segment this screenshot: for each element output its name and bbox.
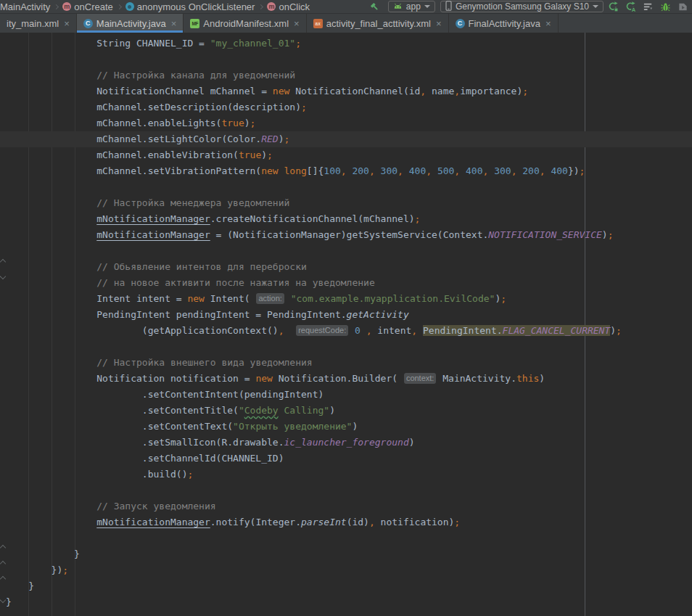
code-token: ; [522,86,528,96]
code-line: NotificationChannel mChannel = new Notif… [0,83,692,99]
build-hammer-icon[interactable] [367,1,383,13]
tab-close-icon[interactable]: × [171,18,177,29]
tab-label: MainActivity.java [96,18,166,29]
code-token: NotificationChannel mChannel = [6,86,273,96]
tab-bar: ity_main.xml×CMainActivity.java×MFAndroi… [0,14,692,33]
code-line: } [0,594,692,610]
code-token: name [426,86,454,96]
code-token [285,293,291,304]
apply-changes-restart-icon[interactable] [605,1,621,13]
tab-close-icon[interactable]: × [436,18,442,29]
code-token: , [366,325,372,336]
breadcrumb-item[interactable]: monClick [267,1,310,12]
code-token: NotificationChannel(id [289,86,420,96]
code-token: ) [279,134,284,144]
device-selector[interactable]: Genymotion Samsung Galaxy S10 [440,1,604,12]
code-token: mNotificationManager [96,229,210,240]
code-token: 100 [324,165,340,176]
code-token: Notification.Builder( [273,373,403,384]
code-token: }) [568,165,580,176]
code-token: notification) [375,517,455,527]
code-token [361,325,366,336]
code-token: ; [608,229,614,240]
code-line [0,179,692,195]
code-token: "Открыть уведомление" [233,421,352,432]
chevron-down-icon [593,5,598,8]
code-token: Calling" [279,405,329,416]
code-token: String CHANNEL_ID = [6,38,210,49]
code-token: ; [187,469,193,480]
attach-debugger-icon[interactable] [675,1,691,13]
code-token: ) [329,405,335,416]
code-token: long [284,165,307,176]
tab-close-icon[interactable]: × [64,18,70,29]
code-token [279,165,284,176]
code-token: // Настройка внешнего вида уведомления [96,357,312,368]
code-token: , [426,165,437,176]
code-token: ) [352,421,358,432]
code-token: ) [261,149,267,160]
code-line: mChannel.enableLights(true); [0,115,692,131]
code-token [6,197,96,208]
run-configuration-select[interactable]: app [388,1,435,12]
code-token: true [239,149,261,160]
method-icon: m [62,2,71,11]
code-token: mChannel.setVibrationPattern( [6,165,261,176]
code-token: , [369,517,375,527]
code-token: this [516,373,539,384]
code-line [0,530,692,546]
code-token: mChannel.setLightColor(Color. [6,134,261,144]
apply-code-changes-icon[interactable]: A [622,1,638,13]
code-token: .setChannelId(CHANNEL_ID) [6,453,284,464]
code-token: } [6,580,34,591]
editor-tab[interactable]: MFAndroidManifest.xml× [184,14,306,33]
tab-close-icon[interactable]: × [545,18,551,29]
code-line: .build(); [0,467,692,482]
code-token [349,325,355,336]
code-token: PendingIntent. [423,325,503,336]
code-token [6,501,96,512]
editor-tab[interactable]: CMainActivity.java× [77,14,184,33]
code-token: ) [610,325,616,336]
code-editor[interactable]: String CHANNEL_ID = "my_channel_01"; // … [0,33,692,616]
editor-tab[interactable]: ity_main.xml× [0,14,77,33]
code-token: getActivity [347,309,409,320]
code-token [284,325,296,336]
breadcrumb-item[interactable]: monCreate [62,1,112,12]
code-line: .setSmallIcon(R.drawable.ic_launcher_for… [0,435,692,451]
code-token: Codeby [244,405,279,416]
profiler-icon[interactable] [640,1,656,13]
tab-close-icon[interactable]: × [294,18,300,29]
code-line: // Обьявление интентов для переброски [0,259,692,275]
code-token: new [261,165,278,176]
code-line: // Настройка канала для уведомлений [0,67,692,83]
manifest-file-icon: MF [190,19,199,28]
code-token: .setContentText( [6,421,233,432]
code-token: .setSmallIcon(R.drawable. [6,437,284,448]
code-token: // Обьявление интентов для переброски [96,261,307,272]
android-icon [393,1,403,12]
breadcrumb-item[interactable]: anonymous OnClickListener [125,1,255,12]
code-token: ) [244,118,250,128]
breadcrumb-label: anonymous OnClickListener [137,1,255,12]
chevron-down-icon [424,5,430,8]
code-token: ; [62,564,68,575]
code-token: .setContentIntent(pendingIntent) [6,389,324,400]
breadcrumb-label: onCreate [74,1,112,12]
debug-icon[interactable] [657,1,673,13]
code-token: 400 [466,165,482,176]
code-line: .setContentIntent(pendingIntent) [0,387,692,403]
editor-tab[interactable]: axactivity_final_acttivity.xml× [307,14,449,33]
method-icon: m [267,2,276,11]
breadcrumb-separator-icon [258,4,263,9]
code-token: 300 [381,165,398,176]
editor-tab[interactable]: CFinalActtivity.java× [449,14,559,33]
code-token: 200 [522,165,539,176]
code-token: , [483,165,495,176]
breadcrumb-item[interactable]: MainActivity [0,1,50,12]
code-token: } [6,549,80,559]
code-token: parseInt [301,517,347,527]
code-line: mNotificationManager = (NotificationMana… [0,227,692,243]
breadcrumb-separator-icon [117,4,122,9]
code-token: , [420,86,426,96]
